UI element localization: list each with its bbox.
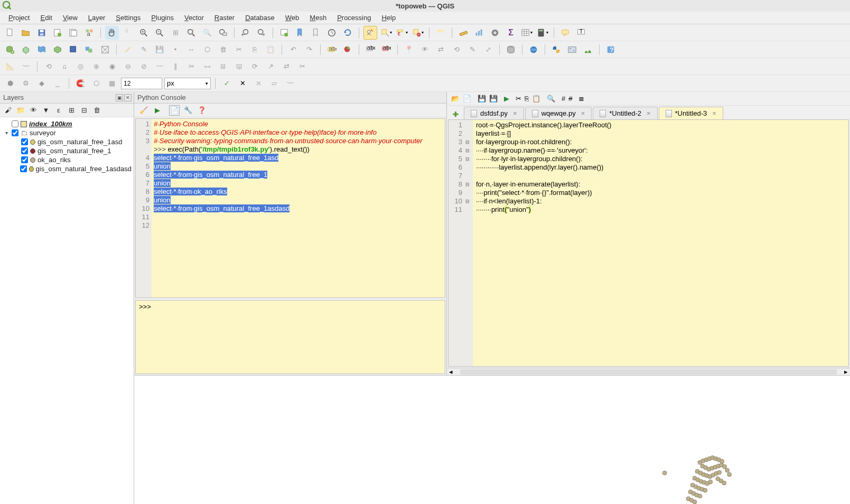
new-spatialite-button[interactable] [51,43,64,57]
console-input[interactable]: >>> [135,300,445,374]
layer-checkbox[interactable] [21,138,28,145]
offset-symbols-button[interactable]: ↗ [264,60,277,73]
editor-cut-button[interactable]: ✂ [516,95,521,102]
add-feature-button[interactable]: • [169,43,182,57]
console-help-button[interactable]: ❓ [197,105,207,116]
sigma-button[interactable]: Σ [504,26,518,40]
zoom-native-button[interactable]: ⊞ [169,26,182,40]
editor-tab[interactable]: dsfdsf.py× [464,107,524,119]
snap-tolerance-input[interactable] [121,78,162,89]
select-by-location-button[interactable] [434,26,447,40]
new-print-layout-button[interactable] [51,26,64,40]
new-mesh-button[interactable] [98,43,112,57]
help-button[interactable]: ? [604,43,618,57]
select-by-value-button[interactable]: ε▾ [395,26,409,40]
add-ring-button[interactable]: ◎ [73,60,87,73]
zoom-next-button[interactable] [255,26,268,40]
fill-ring-button[interactable]: ◉ [105,60,119,73]
layer-item[interactable]: gis_osm_natural_free_1asdasd [1,164,133,173]
split-parts-button[interactable]: ⧟ [200,60,214,73]
diagram-button[interactable] [341,43,354,57]
tab-close-button[interactable]: × [581,109,585,117]
new-map-view-button[interactable] [277,26,291,40]
scale-label-button[interactable]: ⤢ [481,43,495,57]
menu-project[interactable]: Project [4,13,34,23]
deselect-button[interactable]: ▾ [411,26,425,40]
editor-hscroll[interactable]: ◂▸ [447,368,850,375]
snap-topology-button[interactable]: ⬡ [89,77,103,90]
zoom-last-button[interactable] [239,26,253,40]
console-clear-button[interactable]: 🧹 [138,105,149,116]
reverse-line-button[interactable]: ⇄ [279,60,293,73]
field-calc-button[interactable]: ▾ [536,26,549,40]
layer-checkbox[interactable] [21,147,28,154]
refresh-button[interactable] [341,26,354,40]
snap-self-button[interactable]: ⤫ [251,77,265,90]
editor-saveas-button[interactable]: 💾 [489,95,498,102]
copy-button[interactable]: ⎘ [248,43,261,57]
trace-button[interactable]: 〰 [19,60,33,73]
new-bookmark-button[interactable] [293,26,307,40]
layout-manager-button[interactable] [67,26,80,40]
label-highlight-button[interactable]: abc [379,43,393,57]
layer-expand-button[interactable]: ⊞ [67,106,76,115]
delete-ring-button[interactable]: ⊖ [121,60,135,73]
editor-paste-button[interactable]: 📋 [532,95,540,102]
layer-checkbox[interactable] [21,156,28,163]
delete-part-button[interactable]: ⊘ [137,60,151,73]
menu-raster[interactable]: Raster [210,13,239,23]
menu-layer[interactable]: Layer [84,13,110,23]
move-feature-button[interactable]: ↔ [184,43,198,57]
new-shapefile-button[interactable] [35,43,49,57]
split-features-button[interactable]: ✂ [184,60,198,73]
snap-layers-button[interactable]: ▦ [105,77,119,90]
label-settings-button[interactable]: abc [363,43,377,57]
editor-save-button[interactable]: 💾 [478,95,486,102]
layer-item[interactable]: gis_osm_natural_free_1 [1,146,133,155]
data-source-manager-button[interactable] [3,43,17,57]
layers-tree[interactable]: index_100km▾🗀surveyorgis_osm_natural_fre… [0,117,134,504]
undo-button[interactable]: ↶ [286,43,300,57]
editor-tab[interactable]: *Untitled-2× [593,107,657,119]
tab-close-button[interactable]: × [712,109,716,117]
map-canvas[interactable] [134,375,850,504]
console-editor-button[interactable]: 📄 [169,105,180,116]
show-hide-label-button[interactable]: 👁 [418,43,432,57]
trim-button[interactable]: ✂ [295,60,309,73]
layer-checkbox[interactable] [12,120,18,127]
layer-checkbox[interactable] [12,129,18,136]
layer-item[interactable]: ▾🗀surveyor [1,128,133,137]
measure-button[interactable] [456,26,470,40]
menu-settings[interactable]: Settings [111,13,145,23]
new-project-button[interactable] [3,26,17,40]
menu-vector[interactable]: Vector [180,13,208,23]
pin-label-button[interactable]: 📍 [402,43,416,57]
layers-detach-button[interactable]: ▣ [116,94,123,101]
layer-visibility-button[interactable]: 👁 [29,106,38,115]
zoom-full-button[interactable] [184,26,198,40]
menu-view[interactable]: View [59,13,82,23]
snap-intersection-button[interactable]: ✕ [236,77,249,90]
temporal-button[interactable] [325,26,339,40]
bookmarks-button[interactable] [309,26,323,40]
snap-magnet-button[interactable]: 🧲 [73,77,87,90]
simplify-button[interactable]: ⩍ [58,60,71,73]
python-console-button[interactable] [549,43,563,57]
toolbox-button[interactable] [488,26,502,40]
editor-find-button[interactable]: 🔍 [547,95,555,102]
annotation-button[interactable]: T [574,26,588,40]
paste-button[interactable]: 📋 [264,43,277,57]
pan-button[interactable] [105,26,119,40]
rotate-symbols-button[interactable]: ⟳ [248,60,261,73]
editor-tab[interactable]: *Untitled-3× [659,107,723,119]
add-part-button[interactable]: ⊕ [89,60,103,73]
console-output[interactable]: 123 456789101112 #·Python·Console#·Use·i… [135,118,445,298]
layers-close-button[interactable]: ✕ [124,94,132,101]
rotate-feature-button[interactable]: ⟲ [42,60,55,73]
editor-new-button[interactable]: 📄 [463,95,471,102]
redo-button[interactable]: ↷ [302,43,316,57]
zoom-layer-button[interactable] [216,26,230,40]
console-run-button[interactable]: ▶ [152,105,163,116]
statistics-button[interactable] [472,26,486,40]
attribute-table-button[interactable]: ▾ [520,26,534,40]
